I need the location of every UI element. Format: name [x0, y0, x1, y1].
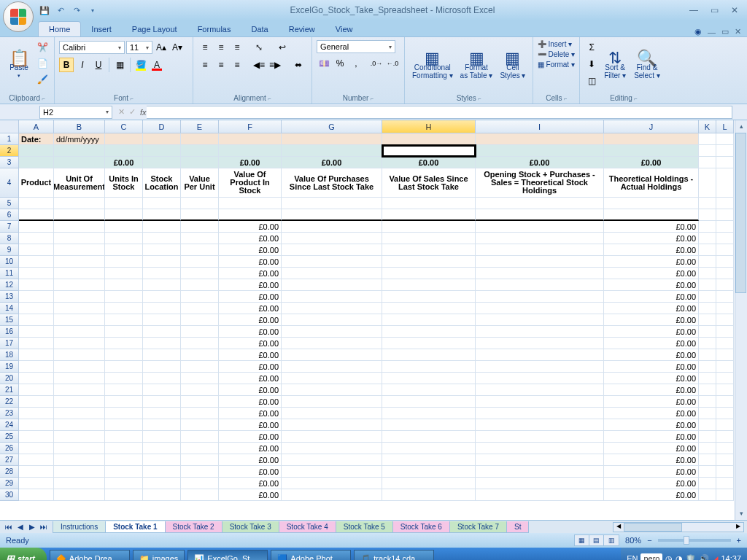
font-color-button[interactable]: A — [150, 58, 164, 72]
cell-D10[interactable] — [143, 256, 181, 268]
cell-I15[interactable] — [476, 314, 604, 326]
cell-H4[interactable]: Value Of Sales Since Last Stock Take — [382, 168, 476, 198]
cell-D17[interactable] — [143, 338, 181, 349]
cell-G5[interactable] — [282, 198, 382, 209]
cell-H26[interactable] — [382, 443, 476, 454]
cell-F11[interactable]: £0.00 — [219, 268, 282, 279]
cell-I3[interactable]: £0.00 — [476, 157, 604, 168]
row-header-20[interactable]: 20 — [0, 373, 19, 384]
cell-L14[interactable] — [716, 303, 734, 314]
cell-D4[interactable]: Stock Location — [143, 168, 181, 198]
cell-C6[interactable] — [105, 209, 143, 221]
cell-B30[interactable] — [54, 489, 105, 501]
row-header-16[interactable]: 16 — [0, 326, 19, 338]
cell-B26[interactable] — [54, 443, 105, 454]
cell-K11[interactable] — [699, 268, 716, 279]
cell-E24[interactable] — [181, 419, 219, 431]
cell-K10[interactable] — [699, 256, 716, 268]
format-cells-button[interactable]: ▦Format ▾ — [538, 61, 575, 69]
font-size-combo[interactable]: 11 — [126, 41, 152, 54]
tray-icon[interactable]: ◷ — [665, 554, 673, 561]
cell-K22[interactable] — [699, 396, 716, 408]
cell-E15[interactable] — [181, 314, 219, 326]
cell-C25[interactable] — [105, 431, 143, 443]
cell-I18[interactable] — [476, 349, 604, 361]
cell-J18[interactable]: £0.00 — [604, 349, 699, 361]
cell-H20[interactable] — [382, 373, 476, 384]
normal-view-button[interactable]: ▦ — [575, 535, 589, 545]
cell-A3[interactable] — [19, 157, 54, 168]
cell-D27[interactable] — [143, 454, 181, 466]
cell-E11[interactable] — [181, 268, 219, 279]
row-header-13[interactable]: 13 — [0, 291, 19, 303]
cell-H9[interactable] — [382, 244, 476, 256]
cell-J9[interactable]: £0.00 — [604, 244, 699, 256]
cell-B23[interactable] — [54, 408, 105, 419]
row-header-8[interactable]: 8 — [0, 233, 19, 244]
row-header-24[interactable]: 24 — [0, 419, 19, 431]
cell-D26[interactable] — [143, 443, 181, 454]
cell-E10[interactable] — [181, 256, 219, 268]
cell-D28[interactable] — [143, 466, 181, 478]
cell-G3[interactable]: £0.00 — [282, 157, 382, 168]
cell-H12[interactable] — [382, 279, 476, 291]
cell-G4[interactable]: Value Of Purchases Since Last Stock Take — [282, 168, 382, 198]
cell-L7[interactable] — [716, 221, 734, 233]
cell-E1[interactable] — [181, 133, 219, 145]
orientation-button[interactable]: ⤡ — [252, 40, 266, 55]
cell-F17[interactable]: £0.00 — [219, 338, 282, 349]
cell-K1[interactable] — [699, 133, 716, 145]
enter-formula-icon[interactable]: ✓ — [129, 107, 136, 117]
col-header-G[interactable]: G — [282, 120, 382, 133]
cell-L23[interactable] — [716, 408, 734, 419]
cell-G24[interactable] — [282, 419, 382, 431]
cell-J14[interactable]: £0.00 — [604, 303, 699, 314]
cell-F19[interactable]: £0.00 — [219, 361, 282, 373]
cell-A25[interactable] — [19, 431, 54, 443]
cell-E18[interactable] — [181, 349, 219, 361]
cell-B1[interactable]: dd/mm/yyyy — [54, 133, 105, 145]
cell-C14[interactable] — [105, 303, 143, 314]
cell-A18[interactable] — [19, 349, 54, 361]
cell-F20[interactable]: £0.00 — [219, 373, 282, 384]
taskbar-item[interactable]: 📁images — [133, 550, 185, 560]
cell-E8[interactable] — [181, 233, 219, 244]
cell-I19[interactable] — [476, 361, 604, 373]
cell-F10[interactable]: £0.00 — [219, 256, 282, 268]
row-header-19[interactable]: 19 — [0, 361, 19, 373]
align-bottom-button[interactable]: ≡ — [230, 40, 244, 55]
cell-C21[interactable] — [105, 384, 143, 396]
underline-button[interactable]: U — [91, 58, 106, 72]
tray-nero-icon[interactable]: nero — [640, 553, 662, 560]
cell-L27[interactable] — [716, 454, 734, 466]
undo-icon[interactable]: ↶ — [54, 4, 67, 17]
cell-K15[interactable] — [699, 314, 716, 326]
cell-B6[interactable] — [54, 209, 105, 221]
cell-E19[interactable] — [181, 361, 219, 373]
cell-F25[interactable]: £0.00 — [219, 431, 282, 443]
cell-H8[interactable] — [382, 233, 476, 244]
cell-D13[interactable] — [143, 291, 181, 303]
cell-E23[interactable] — [181, 408, 219, 419]
row-header-4[interactable]: 4 — [0, 168, 19, 198]
accounting-format-button[interactable]: 💷 — [317, 56, 331, 71]
page-break-view-button[interactable]: ▥ — [604, 535, 619, 545]
cell-K20[interactable] — [699, 373, 716, 384]
cell-D12[interactable] — [143, 279, 181, 291]
cell-D20[interactable] — [143, 373, 181, 384]
col-header-A[interactable]: A — [19, 120, 54, 133]
sheet-tab[interactable]: Stock Take 4 — [279, 521, 336, 533]
cell-J11[interactable]: £0.00 — [604, 268, 699, 279]
doc-close-button[interactable]: ✕ — [735, 27, 741, 36]
cell-C4[interactable]: Units In Stock — [105, 168, 143, 198]
cell-B2[interactable] — [54, 145, 105, 157]
cell-A27[interactable] — [19, 454, 54, 466]
col-header-H[interactable]: H — [382, 120, 476, 133]
row-header-11[interactable]: 11 — [0, 268, 19, 279]
zoom-out-button[interactable]: − — [647, 536, 651, 545]
doc-restore-button[interactable]: ▭ — [721, 27, 729, 36]
cell-B28[interactable] — [54, 466, 105, 478]
row-header-10[interactable]: 10 — [0, 256, 19, 268]
cell-E30[interactable] — [181, 489, 219, 501]
row-header-17[interactable]: 17 — [0, 338, 19, 349]
